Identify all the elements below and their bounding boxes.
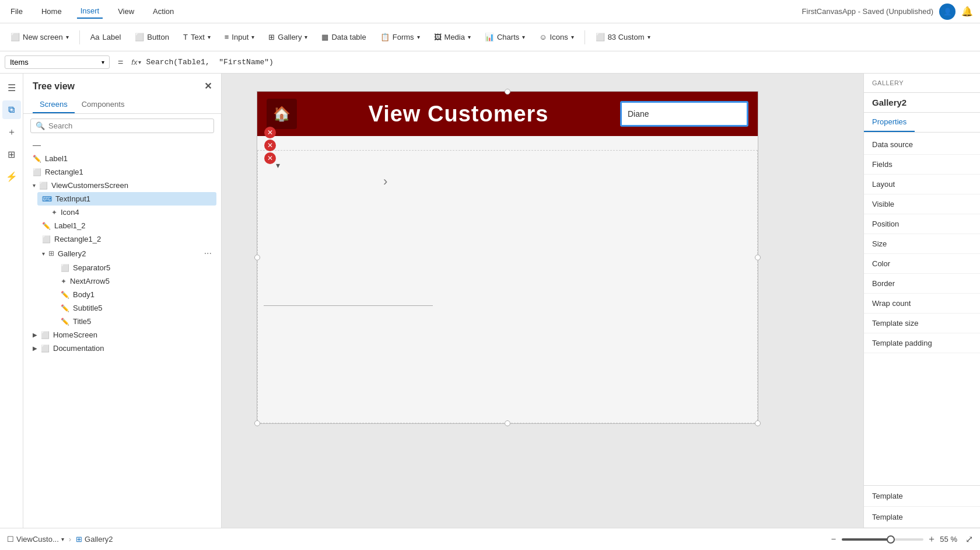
tree-item-viewcustomersscreen[interactable]: ▾ ⬜ ViewCustomersScreen [28, 179, 216, 192]
gallery-icon: ⊞ [268, 33, 275, 41]
tree-item-textinput1[interactable]: ⌨ TextInput1 [37, 192, 216, 206]
handle-top-center[interactable] [505, 89, 510, 95]
label-icon: Aa [90, 33, 100, 41]
prop-border[interactable]: Border [864, 274, 980, 294]
gallery2-menu-icon[interactable]: ··· [204, 248, 212, 259]
tree-item-subtitle5[interactable]: ✏️ Subtitle5 [56, 301, 216, 315]
prop-color[interactable]: Color [864, 254, 980, 274]
icons-button[interactable]: ☺ Icons ▾ [533, 30, 579, 44]
prop-data-source[interactable]: Data source [864, 135, 980, 155]
tab-components[interactable]: Components [75, 96, 132, 113]
forms-button[interactable]: 📋 Forms ▾ [374, 30, 426, 44]
menu-bar: File Home Insert View Action FirstCanvas… [0, 0, 980, 23]
prop-fields[interactable]: Fields [864, 155, 980, 175]
tree-item-icon4[interactable]: ✦ Icon4 [47, 206, 216, 219]
sidebar-toggle-button[interactable]: ☰ [2, 78, 21, 97]
tree-tabs: Screens Components [23, 96, 221, 114]
delete-button-1[interactable]: ✕ [264, 127, 276, 138]
zoom-slider-thumb[interactable] [887, 535, 895, 544]
text-button[interactable]: T Text ▾ [177, 30, 216, 44]
sidebar-layers-button[interactable]: ⧉ [2, 100, 21, 119]
expand-button[interactable]: ⤢ [965, 534, 973, 545]
zoom-percent: 55 % [940, 535, 957, 544]
gallery-area: › [257, 150, 758, 423]
app-header: 🏠 View Customers Diane [257, 92, 758, 136]
search-input[interactable] [48, 121, 209, 130]
prop-visible[interactable]: Visible [864, 194, 980, 214]
icons-chevron-icon: ▾ [571, 34, 574, 40]
zoom-out-button[interactable]: － [829, 533, 838, 545]
menu-action[interactable]: Action [149, 5, 177, 18]
charts-button[interactable]: 📊 Charts ▾ [479, 30, 531, 44]
button-button[interactable]: ⬜ Button [129, 30, 175, 44]
home-button[interactable]: 🏠 [267, 99, 297, 129]
text-input-1[interactable]: Diane [620, 101, 748, 127]
tree-item-label1-2[interactable]: ✏️ Label1_2 [37, 219, 216, 232]
screen-chevron-icon: ▾ [61, 536, 64, 542]
template-item-2[interactable]: Template [864, 507, 980, 528]
handle-left-center[interactable] [254, 255, 260, 260]
tree-item-label1[interactable]: ✏️ Label1 [28, 152, 216, 165]
tree-item-documentation[interactable]: ▶ ⬜ Documentation [28, 342, 216, 355]
icon4-text: Icon4 [61, 208, 79, 217]
label1-text: Label1 [45, 154, 68, 163]
tree-item-separator5[interactable]: ⬜ Separator5 [56, 261, 216, 274]
handle-right-center[interactable] [755, 255, 761, 260]
zoom-in-button[interactable]: ＋ [927, 533, 936, 545]
new-screen-button[interactable]: ⬜ New screen ▾ [5, 30, 75, 44]
tree-item-rectangle1[interactable]: ⬜ Rectangle1 [28, 165, 216, 179]
tree-item-gallery2[interactable]: ▾ ⊞ Gallery2 ··· [37, 246, 216, 261]
body1-icon: ✏️ [61, 291, 69, 299]
handle-bottom-left[interactable] [254, 420, 260, 426]
formula-input[interactable] [146, 58, 975, 67]
sidebar-bolt-button[interactable]: ⚡ [2, 167, 21, 186]
input-button[interactable]: ≡ Input ▾ [219, 30, 261, 44]
template-item-1[interactable]: Template [864, 486, 980, 507]
label-button[interactable]: Aa Label [85, 30, 127, 44]
prop-position[interactable]: Position [864, 214, 980, 234]
charts-chevron-icon: ▾ [522, 34, 525, 40]
bell-icon[interactable]: 🔔 [961, 6, 973, 17]
tree-expand-row[interactable]: — [28, 138, 216, 152]
prop-size[interactable]: Size [864, 234, 980, 254]
gallery-button[interactable]: ⊞ Gallery ▾ [262, 30, 313, 44]
app-title-bar: FirstCanvasApp - Saved (Unpublished) 👤 🔔 [802, 4, 973, 20]
user-avatar[interactable]: 👤 [939, 4, 956, 20]
tree-item-nextarrow5[interactable]: ✦ NextArrow5 [56, 274, 216, 288]
menu-home[interactable]: Home [38, 5, 65, 18]
gallery-selector[interactable]: ⊞ Gallery2 [76, 535, 113, 544]
viewcustomers-text: ViewCustomersScreen [51, 181, 128, 190]
items-dropdown[interactable]: Items ▾ [5, 55, 110, 69]
sidebar-apps-button[interactable]: ⊞ [2, 145, 21, 163]
custom-button[interactable]: ⬜ 83 Custom ▾ [590, 30, 656, 44]
media-button[interactable]: 🖼 Media ▾ [428, 30, 477, 44]
menu-view[interactable]: View [114, 5, 138, 18]
handle-bottom-center[interactable] [505, 420, 510, 426]
data-table-button[interactable]: ▦ Data table [316, 30, 372, 44]
handle-bottom-right[interactable] [755, 420, 761, 426]
delete-button-2[interactable]: ✕ [264, 140, 276, 151]
screen-selector[interactable]: ☐ ViewCusto... ▾ [7, 535, 64, 544]
prop-template-padding[interactable]: Template padding [864, 333, 980, 353]
new-screen-icon: ⬜ [10, 33, 20, 41]
label1-2-text: Label1_2 [54, 221, 86, 230]
tab-properties[interactable]: Properties [864, 113, 915, 132]
prop-layout[interactable]: Layout [864, 175, 980, 194]
sidebar-plus-button[interactable]: ＋ [2, 123, 21, 141]
prop-template-size[interactable]: Template size [864, 314, 980, 333]
tree-item-homescreen[interactable]: ▶ ⬜ HomeScreen [28, 328, 216, 342]
fx-label[interactable]: fx ▾ [131, 58, 141, 67]
tree-content: — ✏️ Label1 ⬜ Rectangle1 ▾ ⬜ ViewCustome… [23, 138, 221, 528]
prop-wrap-count[interactable]: Wrap count [864, 294, 980, 314]
tree-item-body1[interactable]: ✏️ Body1 [56, 288, 216, 301]
tree-close-icon[interactable]: ✕ [204, 81, 212, 92]
menu-file[interactable]: File [7, 5, 26, 18]
tab-screens[interactable]: Screens [33, 96, 75, 113]
delete-button-3[interactable]: ✕ [264, 152, 276, 164]
zoom-slider[interactable] [842, 538, 923, 541]
tree-item-title5[interactable]: ✏️ Title5 [56, 315, 216, 328]
tree-item-rectangle1-2[interactable]: ⬜ Rectangle1_2 [37, 232, 216, 246]
next-arrow-icon: › [383, 174, 387, 189]
menu-insert[interactable]: Insert [77, 4, 103, 19]
fx-chevron-icon: ▾ [138, 59, 141, 65]
